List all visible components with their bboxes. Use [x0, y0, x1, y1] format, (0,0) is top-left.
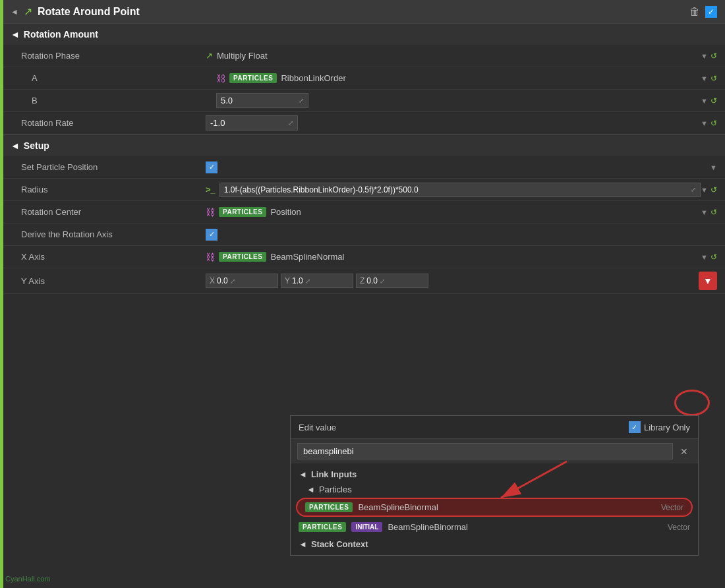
b-label: B — [32, 96, 216, 105]
watermark: CyanHall.com — [5, 575, 50, 583]
reset-icon[interactable]: ↺ — [710, 51, 717, 61]
particles-badge-xaxis: PARTICLES — [219, 252, 266, 262]
item2-type: Vector — [668, 523, 690, 532]
rotation-amount-header[interactable]: ◄ Rotation Amount — [0, 24, 725, 45]
x-field-label: X — [210, 276, 215, 285]
y-axis-controls: ▼ — [699, 272, 717, 290]
radius-row: Radius >_ 1.0f-(abs((Particles.RibbonLin… — [0, 179, 725, 201]
rotation-phase-row: Rotation Phase ↗ Multiply Float ▼ ↺ — [0, 45, 725, 67]
collapse-arrow-icon[interactable]: ◄ — [11, 7, 18, 16]
setup-collapse-icon: ◄ — [11, 140, 20, 151]
popup-title: Edit value — [299, 423, 336, 432]
reset-icon-xaxis[interactable]: ↺ — [710, 252, 717, 262]
x-axis-controls: ▼ ↺ — [701, 252, 717, 262]
module-enabled-checkbox[interactable]: ✓ — [705, 6, 717, 18]
rotation-center-row: Rotation Center ⛓ PARTICLES Position ▼ ↺ — [0, 201, 725, 223]
rotation-center-controls: ▼ ↺ — [701, 208, 717, 217]
section-collapse-icon: ◄ — [11, 29, 20, 40]
module-header: ◄ ↗ Rotate Around Point 🗑 ✓ — [0, 0, 725, 24]
radius-value: >_ 1.0f-(abs((Particles.RibbonLinkOrder)… — [206, 183, 701, 197]
x-axis-text: BeamSplineNormal — [270, 252, 344, 262]
dropdown-icon-rate[interactable]: ▼ — [701, 119, 708, 127]
set-particle-position-controls: ▼ — [710, 163, 717, 171]
y-axis-dropdown-btn[interactable]: ▼ — [699, 272, 717, 290]
dropdown-icon-spp[interactable]: ▼ — [710, 163, 717, 171]
x-axis-value: ⛓ PARTICLES BeamSplineNormal — [206, 252, 701, 262]
radius-input[interactable]: 1.0f-(abs((Particles.RibbonLinkOrder)-0.… — [219, 183, 701, 197]
rotation-center-text: Position — [270, 207, 301, 217]
dropdown-icon-radius[interactable]: ▼ — [701, 186, 708, 194]
red-circle-annotation — [674, 390, 710, 416]
dropdown-arrow-icon[interactable]: ▼ — [701, 52, 708, 60]
dropdown-icon-xaxis[interactable]: ▼ — [701, 253, 708, 261]
trash-icon[interactable]: 🗑 — [689, 6, 700, 18]
rotation-rate-input[interactable]: -1.0 ⤢ — [206, 115, 298, 131]
link-inputs-collapse-icon: ◄ — [299, 469, 307, 479]
terminal-icon-radius: >_ — [206, 185, 216, 194]
particles-badge-center: PARTICLES — [219, 207, 266, 217]
tree-item-beamsplinebinormal-initial[interactable]: PARTICLES INITIAL BeamSplineBinormal Vec… — [291, 518, 698, 536]
z-field-label: Z — [360, 276, 364, 285]
b-input[interactable]: 5.0 ⤢ — [216, 93, 308, 108]
derive-rotation-axis-checkbox[interactable]: ✓ — [206, 229, 218, 241]
reset-icon-rate[interactable]: ↺ — [710, 119, 717, 128]
radius-text: 1.0f-(abs((Particles.RibbonLinkOrder)-0.… — [224, 185, 419, 194]
b-value: 5.0 ⤢ — [216, 93, 701, 108]
popup-search-row: ✕ — [291, 439, 698, 463]
reset-icon-center[interactable]: ↺ — [710, 208, 717, 217]
setup-header[interactable]: ◄ Setup — [0, 135, 725, 156]
b-controls: ▼ ↺ — [701, 96, 717, 105]
particles-badge-item1: PARTICLES — [305, 502, 353, 512]
tree-item-beamsplinebinormal[interactable]: PARTICLES BeamSplineBinormal Vector — [296, 498, 693, 517]
multiply-icon: ↗ — [206, 51, 213, 61]
library-only-section: ✓ Library Only — [629, 421, 690, 433]
a-controls: ▼ ↺ — [701, 74, 717, 83]
library-only-checkbox[interactable]: ✓ — [629, 421, 641, 433]
xyz-inputs: X 0.0 ⤢ Y 1.0 ⤢ Z 0.0 ⤢ — [206, 274, 428, 288]
y-axis-label: Y Axis — [21, 276, 206, 286]
a-value: ⛓ PARTICLES RibbonLinkOrder — [216, 73, 701, 84]
setup-section: ◄ Setup Set Particle Position ✓ ▼ Radius… — [0, 135, 725, 294]
rotation-rate-value: -1.0 ⤢ — [206, 115, 701, 131]
particles-badge-item2: PARTICLES — [299, 522, 346, 532]
set-particle-position-checkbox[interactable]: ✓ — [206, 162, 218, 173]
x-axis-label: X Axis — [21, 252, 206, 262]
reset-icon-b[interactable]: ↺ — [710, 96, 717, 105]
dropdown-icon-b[interactable]: ▼ — [701, 97, 708, 105]
rotation-phase-value: ↗ Multiply Float — [206, 51, 701, 61]
z-field-value: 0.0 — [366, 276, 378, 285]
header-icons: 🗑 ✓ — [689, 6, 717, 18]
initial-badge-item2: INITIAL — [351, 522, 382, 532]
particles-sub-label: Particles — [319, 485, 352, 494]
popup-search-input[interactable] — [297, 443, 673, 459]
edit-value-popup: Edit value ✓ Library Only ✕ ◄ Link Input… — [290, 415, 699, 556]
particles-sub-collapse-icon: ◄ — [306, 485, 315, 494]
stack-context-header: ◄ Stack Context — [291, 536, 698, 552]
z-field[interactable]: Z 0.0 ⤢ — [356, 274, 428, 288]
popup-header: Edit value ✓ Library Only — [291, 416, 698, 439]
resize-icon-y: ⤢ — [305, 278, 310, 285]
particles-sub-header: ◄ Particles — [291, 483, 698, 496]
row-a: A ⛓ PARTICLES RibbonLinkOrder ▼ ↺ — [0, 67, 725, 90]
x-field[interactable]: X 0.0 ⤢ — [206, 274, 278, 288]
reset-icon-radius[interactable]: ↺ — [710, 185, 717, 194]
set-particle-position-row: Set Particle Position ✓ ▼ — [0, 156, 725, 179]
y-field[interactable]: Y 1.0 ⤢ — [281, 274, 353, 288]
radius-label: Radius — [21, 185, 206, 194]
clear-search-button[interactable]: ✕ — [677, 445, 691, 458]
main-panel: ◄ ↗ Rotate Around Point 🗑 ✓ ◄ Rotation A… — [0, 0, 725, 588]
particles-badge-a: PARTICLES — [229, 73, 277, 83]
reset-icon-a[interactable]: ↺ — [710, 74, 717, 83]
row-b: B 5.0 ⤢ ▼ ↺ — [0, 90, 725, 112]
rotation-center-value: ⛓ PARTICLES Position — [206, 207, 701, 218]
rotation-phase-controls: ▼ ↺ — [701, 51, 717, 61]
library-only-label: Library Only — [644, 423, 690, 432]
a-label: A — [32, 73, 216, 83]
dropdown-icon-a[interactable]: ▼ — [701, 74, 708, 82]
resize-icon-x: ⤢ — [230, 278, 235, 285]
dropdown-icon-center[interactable]: ▼ — [701, 208, 708, 216]
y-axis-row: Y Axis X 0.0 ⤢ Y 1.0 ⤢ Z 0.0 — [0, 268, 725, 294]
rotation-rate-text: -1.0 — [210, 118, 225, 128]
item1-text: BeamSplineBinormal — [358, 502, 438, 512]
resize-icon-b: ⤢ — [299, 97, 304, 104]
